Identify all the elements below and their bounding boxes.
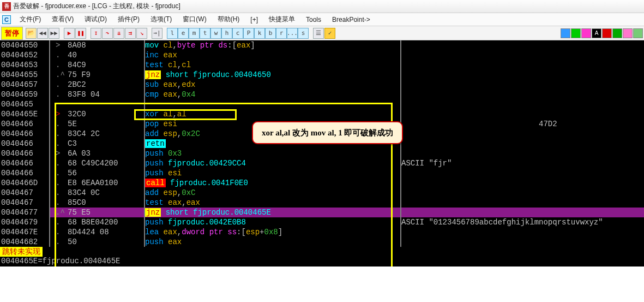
address: 00404659 <box>0 90 49 99</box>
comment <box>400 70 644 80</box>
letter-...-button[interactable]: ... <box>287 28 298 39</box>
menu-quick[interactable]: 快捷菜单 <box>263 13 300 26</box>
menu-window[interactable]: 窗口(W) <box>177 13 212 26</box>
step-trace-over-button[interactable]: ⇉ <box>125 28 136 39</box>
instruction: push fjproduc.0042E0B8 <box>144 217 400 227</box>
view-pink-icon[interactable] <box>623 28 633 38</box>
disasm-row[interactable]: 0040465 <box>0 99 644 109</box>
disasm-row[interactable]: 00404655 .^75 F9jnz short fjproduc.00404… <box>0 70 644 80</box>
disasm-row[interactable]: 00404650 > 8A08mov cl,byte ptr ds:[eax] <box>0 40 644 50</box>
disasm-row[interactable]: 00404677 .^75 E5jnz short fjproduc.00404… <box>0 208 644 217</box>
letter-r-button[interactable]: r <box>276 28 287 39</box>
check-button[interactable]: ✓ <box>324 28 335 39</box>
address: 00404655 <box>0 70 49 80</box>
letter-m-button[interactable]: m <box>189 28 200 39</box>
marker: . <box>56 168 68 178</box>
instruction: add esp,0xC <box>144 188 400 198</box>
instruction: xor al,al <box>144 109 400 119</box>
disasm-row[interactable]: 0040467 . 83C4 0Cadd esp,0xC <box>0 188 644 198</box>
step-trace-in-button[interactable]: ⇊ <box>113 28 124 39</box>
comment <box>400 109 644 119</box>
hex-bytes: 75 E5 <box>68 208 144 217</box>
disasm-row[interactable]: 00404652 . 40inc eax <box>0 50 644 60</box>
address: 00404657 <box>0 80 49 90</box>
instruction: jnz short fjproduc.0040465E <box>144 208 400 217</box>
step-over-button[interactable]: ↷ <box>102 28 113 39</box>
disasm-row[interactable]: 0040466 > 6A 03push 0x3 <box>0 149 644 158</box>
window-title: 吾爱破解 - fjproducer.exe - [LCG - 主线程, 模块 -… <box>13 2 180 11</box>
letter-P-button[interactable]: P <box>243 28 254 39</box>
disasm-row[interactable]: 00404653 . 84C9test cl,cl <box>0 60 644 70</box>
fastforward-button[interactable]: ▶▶ <box>49 28 59 39</box>
address: 0040466 <box>0 129 49 139</box>
view-stack-icon[interactable] <box>571 28 581 38</box>
menu-plus[interactable]: [+] <box>245 14 263 25</box>
disasm-row[interactable]: 0040465E > 32C0xor al,al <box>0 109 644 119</box>
list-button[interactable]: ☰ <box>313 28 324 39</box>
address: 0040466 <box>0 149 49 158</box>
disasm-row[interactable]: 00404679 . 68 B8E04200push fjproduc.0042… <box>0 217 644 227</box>
gutter <box>49 227 56 237</box>
view-memory-icon[interactable] <box>581 28 591 38</box>
view-a-icon[interactable]: A <box>592 28 601 38</box>
menu-debug[interactable]: 调试(D) <box>79 13 112 26</box>
letter-k-button[interactable]: k <box>254 28 265 39</box>
disasm-row[interactable]: 0040466 . 68 C49C4200push fjproduc.00429… <box>0 158 644 168</box>
run-button[interactable]: ▶ <box>64 28 75 39</box>
menu-breakpoint[interactable]: BreakPoint-> <box>327 14 376 25</box>
letter-c-button[interactable]: c <box>232 28 243 39</box>
menu-options[interactable]: 选项(T) <box>145 13 177 26</box>
marker <box>56 99 68 109</box>
disasm-row[interactable]: 00404682 . 50push eax <box>0 237 644 247</box>
letter-e-button[interactable]: e <box>178 28 189 39</box>
comment <box>400 168 644 178</box>
gutter <box>49 198 56 208</box>
address: 0040465E <box>0 109 49 119</box>
rewind-button[interactable]: ◀◀ <box>37 28 48 39</box>
address: 0040466D <box>0 178 49 188</box>
disasm-row[interactable]: 0040467E . 8D4424 08lea eax,dword ptr ss… <box>0 227 644 237</box>
letter-h-button[interactable]: h <box>221 28 232 39</box>
menu-file[interactable]: 文件(F) <box>14 13 46 26</box>
view-green2-icon[interactable] <box>633 28 643 38</box>
address: 0040466 <box>0 119 49 129</box>
menu-tools[interactable]: Tools <box>300 14 327 25</box>
comment <box>400 99 644 109</box>
gutter <box>49 80 56 90</box>
menu-help[interactable]: 帮助(H) <box>212 13 245 26</box>
disasm-row[interactable]: 0040467 . 85C0test eax,eax <box>0 198 644 208</box>
letter-w-button[interactable]: w <box>210 28 221 39</box>
gutter <box>49 168 56 178</box>
comment <box>400 227 644 237</box>
menu-view[interactable]: 查看(V) <box>46 13 79 26</box>
goto-button[interactable]: →| <box>152 28 162 39</box>
comment <box>400 50 644 60</box>
letter-l-button[interactable]: l <box>167 28 178 39</box>
disasm-row[interactable]: 00404657 . 2BC2sub eax,edx <box>0 80 644 90</box>
marker: . <box>56 237 68 247</box>
disasm-row[interactable]: 0040466D . E8 6EAA0100call fjproduc.0041… <box>0 178 644 188</box>
footer2-row: 0040465E=fjproduc.0040465E <box>0 257 644 267</box>
disasm-row[interactable]: 00404659 . 83F8 04cmp eax,0x4 <box>0 90 644 99</box>
letter-b-button[interactable]: b <box>265 28 276 39</box>
step-into-button[interactable]: ↧ <box>91 28 101 39</box>
address: 00404653 <box>0 60 49 70</box>
marker: . <box>56 217 68 227</box>
view-registers-icon[interactable] <box>561 28 570 38</box>
disasm-row[interactable]: 0040466 . 56push esi <box>0 168 644 178</box>
letter-t-button[interactable]: t <box>200 28 210 39</box>
instruction: push 0x3 <box>144 149 400 158</box>
disassembly-pane[interactable]: xor al,al 改为 mov al, 1 即可破解成功 00404650 >… <box>0 40 644 247</box>
address: 00404677 <box>0 208 49 217</box>
view-target-icon[interactable] <box>612 28 622 38</box>
letter-s-button[interactable]: s <box>298 28 309 39</box>
callout-tooltip: xor al,al 改为 mov al, 1 即可破解成功 <box>252 121 403 144</box>
open-button[interactable]: 📂 <box>26 28 37 39</box>
menu-plugins[interactable]: 插件(P) <box>112 13 145 26</box>
pause-button[interactable]: ❚❚ <box>75 28 86 39</box>
marker: .^ <box>56 70 68 80</box>
run-till-return-button[interactable]: ↘ <box>136 28 147 39</box>
view-red-icon[interactable] <box>602 28 612 38</box>
menu-c-icon[interactable]: C <box>2 15 11 24</box>
hex-bytes: 68 C49C4200 <box>68 158 144 168</box>
